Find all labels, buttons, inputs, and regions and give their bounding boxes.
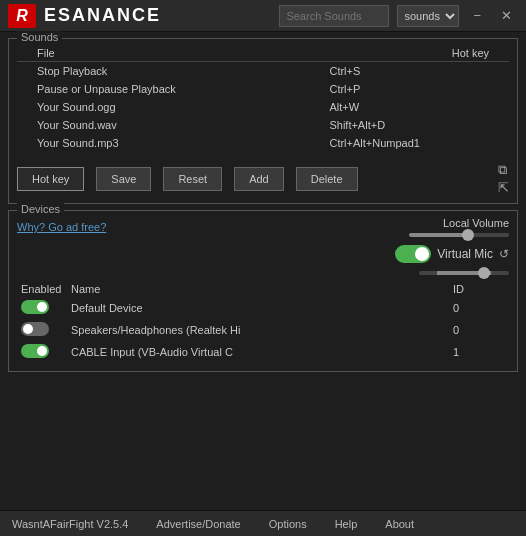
devices-section: Devices Why? Go ad free? Local Volume Vi…: [8, 210, 518, 372]
advertise-link[interactable]: Advertise/Donate: [142, 511, 254, 536]
sounds-section: Sounds File Hot key Stop Playback Ctrl+S…: [8, 38, 518, 204]
hotkey-cell: Ctrl+Alt+Numpad1: [269, 134, 509, 152]
file-cell: Stop Playback: [17, 62, 269, 81]
copy-icon[interactable]: ⧉: [498, 162, 509, 178]
device-toggle[interactable]: [21, 322, 49, 336]
col-hotkey: Hot key: [269, 45, 509, 62]
list-item: CABLE Input (VB-Audio Virtual C 1: [17, 341, 509, 363]
version-label: WasntAFairFight V2.5.4: [8, 511, 142, 536]
virtual-mic-slider-row: [419, 271, 509, 275]
col-id: ID: [449, 281, 509, 297]
status-bar: WasntAFairFight V2.5.4 Advertise/Donate …: [0, 510, 526, 536]
volume-panel: Local Volume Virtual Mic ↺: [395, 217, 509, 275]
virtual-mic-toggle[interactable]: [395, 245, 431, 263]
col-name: Name: [67, 281, 449, 297]
link-icon[interactable]: ⇱: [498, 180, 509, 195]
table-row[interactable]: Your Sound.wav Shift+Alt+D: [17, 116, 509, 134]
local-volume-label: Local Volume: [443, 217, 509, 229]
hotkey-cell: Alt+W: [269, 98, 509, 116]
save-button[interactable]: Save: [96, 167, 151, 191]
main-content: Sounds File Hot key Stop Playback Ctrl+S…: [0, 32, 526, 378]
device-id: 0: [449, 297, 509, 319]
local-volume-slider[interactable]: [409, 233, 509, 237]
device-id: 0: [449, 319, 509, 341]
app-title: ESANANCE: [44, 5, 161, 26]
hotkey-cell: Ctrl+P: [269, 80, 509, 98]
mic-icon: ↺: [499, 247, 509, 261]
reset-button[interactable]: Reset: [163, 167, 222, 191]
devices-top-row: Why? Go ad free? Local Volume Virtual Mi…: [17, 217, 509, 275]
sounds-toolbar: Hot key Save Reset Add Delete ⧉ ⇱: [17, 158, 509, 195]
hotkey-button[interactable]: Hot key: [17, 167, 84, 191]
file-cell: Your Sound.ogg: [17, 98, 269, 116]
table-row[interactable]: Stop Playback Ctrl+S: [17, 62, 509, 81]
device-toggle[interactable]: [21, 300, 49, 314]
virtual-mic-label: Virtual Mic: [437, 247, 493, 261]
devices-section-label: Devices: [17, 203, 64, 215]
title-bar-right: sounds − ✕: [279, 5, 518, 27]
search-input[interactable]: [279, 5, 389, 27]
close-button[interactable]: ✕: [495, 6, 518, 25]
hotkey-cell: Shift+Alt+D: [269, 116, 509, 134]
col-file: File: [17, 45, 269, 62]
delete-button[interactable]: Delete: [296, 167, 358, 191]
extra-icons: ⧉ ⇱: [498, 162, 509, 195]
options-link[interactable]: Options: [255, 511, 321, 536]
file-cell: Your Sound.mp3: [17, 134, 269, 152]
minimize-button[interactable]: −: [467, 6, 487, 25]
sounds-dropdown[interactable]: sounds: [397, 5, 459, 27]
why-ad-link[interactable]: Why? Go ad free?: [17, 221, 106, 233]
virtual-mic-slider[interactable]: [419, 271, 509, 275]
list-item: Default Device 0: [17, 297, 509, 319]
local-volume-slider-row: [409, 233, 509, 237]
sounds-table: File Hot key Stop Playback Ctrl+S Pause …: [17, 45, 509, 152]
table-row[interactable]: Your Sound.mp3 Ctrl+Alt+Numpad1: [17, 134, 509, 152]
title-bar-left: R ESANANCE: [8, 4, 161, 28]
table-row[interactable]: Your Sound.ogg Alt+W: [17, 98, 509, 116]
device-name: CABLE Input (VB-Audio Virtual C: [67, 341, 449, 363]
col-enabled: Enabled: [17, 281, 67, 297]
list-item: Speakers/Headphones (Realtek Hi 0: [17, 319, 509, 341]
hotkey-cell: Ctrl+S: [269, 62, 509, 81]
file-cell: Pause or Unpause Playback: [17, 80, 269, 98]
table-row[interactable]: Pause or Unpause Playback Ctrl+P: [17, 80, 509, 98]
virtual-mic-row: Virtual Mic ↺: [395, 245, 509, 263]
title-bar: R ESANANCE sounds − ✕: [0, 0, 526, 32]
device-name: Default Device: [67, 297, 449, 319]
about-link[interactable]: About: [371, 511, 428, 536]
device-toggle[interactable]: [21, 344, 49, 358]
devices-table: Enabled Name ID Default Device 0 Speaker…: [17, 281, 509, 363]
device-name: Speakers/Headphones (Realtek Hi: [67, 319, 449, 341]
app-logo: R: [8, 4, 36, 28]
sounds-section-label: Sounds: [17, 31, 62, 43]
device-id: 1: [449, 341, 509, 363]
help-link[interactable]: Help: [321, 511, 372, 536]
file-cell: Your Sound.wav: [17, 116, 269, 134]
add-button[interactable]: Add: [234, 167, 284, 191]
